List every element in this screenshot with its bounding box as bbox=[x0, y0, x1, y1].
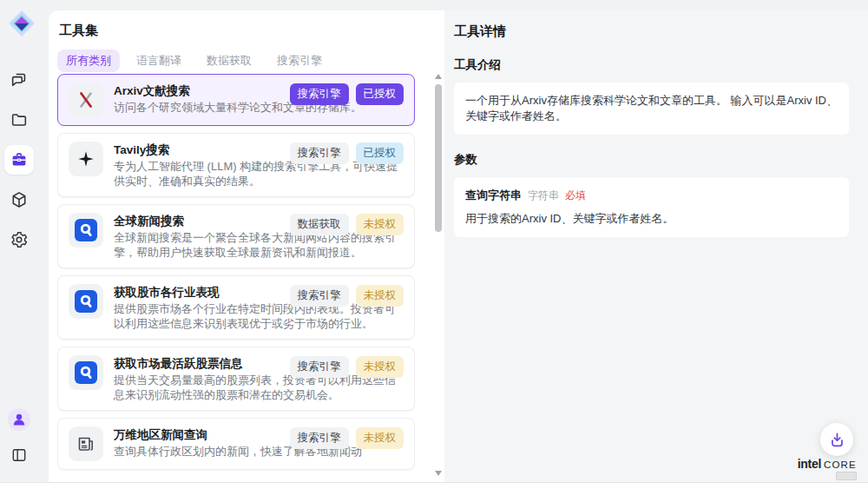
tool-list: Arxiv文献搜索访问各个研究领域大量科学论文和文章的存储库。搜索引擎已授权Ta… bbox=[57, 74, 415, 481]
auth-badge: 已授权 bbox=[356, 83, 404, 105]
tool-details-panel: 工具详情 工具介绍 一个用于从Arxiv存储库搜索科学论文和文章的工具。 输入可… bbox=[444, 10, 868, 482]
sidebar-item-cube[interactable] bbox=[4, 185, 34, 215]
intel-core-logo: intel CORE bbox=[798, 457, 857, 480]
category-badge: 数据获取 bbox=[290, 214, 349, 235]
tab-all-categories[interactable]: 所有类别 bbox=[57, 50, 120, 72]
tool-card[interactable]: 全球新闻搜索全球新闻搜索是一个聚合全球各大新闻网站内容的搜索引擎，帮助用户快速获… bbox=[57, 204, 415, 268]
category-badge: 搜索引擎 bbox=[290, 427, 349, 449]
category-badge: 搜索引擎 bbox=[290, 285, 349, 307]
auth-badge: 未授权 bbox=[356, 427, 404, 449]
tool-badges: 搜索引擎已授权 bbox=[290, 142, 404, 164]
folder-icon bbox=[10, 110, 29, 129]
scroll-up-arrow[interactable] bbox=[435, 74, 442, 79]
category-badge: 搜索引擎 bbox=[290, 142, 349, 164]
sidebar bbox=[0, 0, 49, 482]
tool-card[interactable]: Arxiv文献搜索访问各个研究领域大量科学论文和文章的存储库。搜索引擎已授权 bbox=[57, 74, 415, 126]
download-button[interactable] bbox=[820, 423, 853, 456]
app-background: 工具集 所有类别语言翻译数据获取搜索引擎 Arxiv文献搜索访问各个研究领域大量… bbox=[0, 0, 868, 483]
toolset-panel: 工具集 所有类别语言翻译数据获取搜索引擎 Arxiv文献搜索访问各个研究领域大量… bbox=[49, 10, 444, 482]
param-name: 查询字符串 bbox=[465, 188, 522, 202]
tool-badges: 数据获取未授权 bbox=[290, 214, 404, 235]
intro-heading: 工具介绍 bbox=[454, 57, 849, 73]
intro-card: 一个用于从Arxiv存储库搜索科学论文和文章的工具。 输入可以是Arxiv ID… bbox=[454, 83, 849, 135]
scroll-down-arrow[interactable] bbox=[435, 471, 442, 476]
sidebar-nav bbox=[2, 65, 36, 254]
user-icon bbox=[8, 408, 30, 431]
category-badge: 搜索引擎 bbox=[290, 83, 349, 105]
diamond-logo-icon bbox=[8, 10, 36, 37]
param-required-badge: 必填 bbox=[565, 189, 586, 202]
details-title: 工具详情 bbox=[454, 23, 849, 40]
tavily-icon bbox=[69, 142, 103, 176]
sidebar-item-folder[interactable] bbox=[4, 105, 34, 135]
sidebar-bottom bbox=[2, 405, 36, 470]
tool-card[interactable]: 获取市场最活跃股票信息提供当天交易量最高的股票列表，投资者可以利用这些信息来识别… bbox=[57, 347, 415, 411]
tool-card[interactable]: Tavily搜索专为人工智能代理 (LLM) 构建的搜索引擎工具，可快速提供实时… bbox=[57, 133, 415, 197]
tool-badges: 搜索引擎未授权 bbox=[290, 356, 404, 378]
page-title: 工具集 bbox=[49, 10, 444, 39]
param-card: 查询字符串字符串必填用于搜索的Arxiv ID、关键字或作者姓名。 bbox=[454, 177, 849, 237]
tool-card[interactable]: 万维地区新闻查询查询具体行政区划内的新闻，快速了解各地新闻动搜索引擎未授权 bbox=[57, 418, 415, 470]
auth-badge: 已授权 bbox=[356, 142, 404, 164]
intel-ultra-badge bbox=[836, 472, 857, 480]
tool-description: 专为人工智能代理 (LLM) 构建的搜索引擎工具，可快速提供实时、准确和真实的结… bbox=[114, 160, 402, 188]
intro-text: 一个用于从Arxiv存储库搜索科学论文和文章的工具。 输入可以是Arxiv ID… bbox=[465, 94, 838, 122]
sidebar-item-user[interactable] bbox=[4, 405, 34, 434]
app-logo[interactable] bbox=[8, 10, 36, 37]
category-badge: 搜索引擎 bbox=[290, 356, 349, 378]
cube-icon bbox=[10, 190, 29, 209]
param-header: 查询字符串字符串必填 bbox=[465, 188, 838, 203]
auth-badge: 未授权 bbox=[356, 214, 404, 235]
tab-search-engine[interactable]: 搜索引擎 bbox=[268, 50, 331, 72]
intel-core-label: CORE bbox=[824, 459, 857, 470]
intel-core-text: intel CORE bbox=[798, 457, 857, 471]
intel-brand: intel bbox=[798, 457, 821, 471]
qnews-icon bbox=[69, 355, 103, 390]
chat-icon bbox=[10, 70, 29, 89]
qnews-icon bbox=[69, 213, 103, 248]
download-icon bbox=[829, 432, 845, 448]
tool-description: 提供股票市场各个行业在特定时间段内的表现。投资者可以利用这些信息来识别表现优于或… bbox=[114, 302, 402, 331]
tool-card[interactable]: 获取股市各行业表现提供股票市场各个行业在特定时间段内的表现。投资者可以利用这些信… bbox=[57, 275, 415, 340]
sidebar-item-chat[interactable] bbox=[4, 65, 34, 95]
auth-badge: 未授权 bbox=[356, 356, 404, 378]
news-icon bbox=[69, 426, 103, 461]
collapse-icon bbox=[10, 446, 28, 464]
param-description: 用于搜索的Arxiv ID、关键字或作者姓名。 bbox=[465, 211, 838, 227]
scrollbar[interactable] bbox=[434, 74, 444, 476]
settings-icon bbox=[10, 230, 29, 249]
auth-badge: 未授权 bbox=[356, 285, 404, 307]
qnews-icon bbox=[69, 284, 103, 319]
tool-badges: 搜索引擎未授权 bbox=[290, 427, 404, 449]
scrollbar-thumb[interactable] bbox=[435, 84, 442, 232]
sidebar-item-toolbox[interactable] bbox=[4, 145, 34, 175]
category-tabs: 所有类别语言翻译数据获取搜索引擎 bbox=[49, 39, 444, 72]
tab-language-translation[interactable]: 语言翻译 bbox=[128, 50, 190, 72]
tool-badges: 搜索引擎已授权 bbox=[290, 83, 404, 105]
tool-description: 提供当天交易量最高的股票列表，投资者可以利用这些信息来识别流动性强的股票和潜在的… bbox=[114, 373, 402, 402]
tab-data-fetch[interactable]: 数据获取 bbox=[198, 50, 260, 72]
sidebar-item-settings[interactable] bbox=[4, 225, 34, 254]
param-type: 字符串 bbox=[528, 189, 559, 202]
tool-description: 全球新闻搜索是一个聚合全球各大新闻网站内容的搜索引擎，帮助用户快速获取全球最新资… bbox=[114, 231, 402, 260]
arxiv-icon bbox=[69, 83, 103, 117]
sidebar-item-collapse[interactable] bbox=[4, 440, 34, 470]
toolbox-icon bbox=[10, 150, 29, 169]
params-list: 查询字符串字符串必填用于搜索的Arxiv ID、关键字或作者姓名。 bbox=[454, 177, 849, 237]
params-heading: 参数 bbox=[454, 152, 849, 168]
tool-badges: 搜索引擎未授权 bbox=[290, 285, 404, 307]
